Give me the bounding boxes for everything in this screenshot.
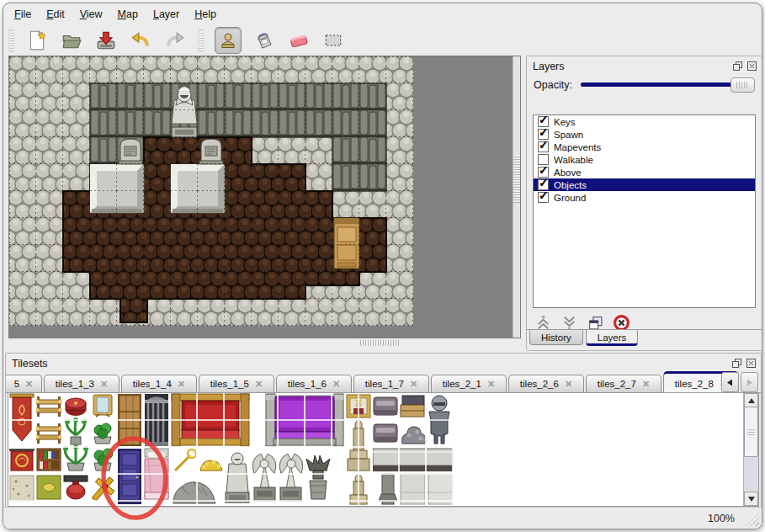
scroll-up-button[interactable] bbox=[744, 393, 758, 407]
toolbar-drag-handle[interactable] bbox=[198, 29, 204, 52]
tile-gold-pile[interactable] bbox=[200, 460, 222, 471]
map-canvas[interactable] bbox=[9, 56, 518, 336]
float-panel-icon[interactable] bbox=[730, 358, 742, 370]
undo-button[interactable] bbox=[129, 29, 152, 52]
tileset-tab-tiles_2_1[interactable]: tiles_2_1✕ bbox=[431, 375, 507, 392]
save-map-button[interactable] bbox=[94, 29, 118, 52]
tile-red-cushion[interactable] bbox=[66, 398, 86, 416]
opacity-slider-handle[interactable] bbox=[730, 77, 755, 93]
tab-close-icon[interactable]: ✕ bbox=[255, 379, 263, 390]
toolbar-drag-handle[interactable] bbox=[8, 29, 14, 52]
tile-emblem-banner[interactable] bbox=[9, 449, 35, 471]
tile-gargoyle[interactable] bbox=[306, 455, 330, 499]
close-panel-icon[interactable] bbox=[745, 358, 757, 370]
layer-row-walkable[interactable]: Walkable bbox=[534, 153, 755, 166]
tab-label: tiles_2_7 bbox=[598, 379, 636, 389]
tab-close-icon[interactable]: ✕ bbox=[332, 379, 340, 390]
tileset-tab-tiles_1_4[interactable]: tiles_1_4✕ bbox=[121, 375, 197, 392]
tile-purple-door[interactable] bbox=[118, 449, 141, 504]
layer-row-keys[interactable]: Keys bbox=[534, 115, 755, 128]
scroll-tabs-left-button[interactable] bbox=[721, 372, 739, 392]
fill-tool-button[interactable] bbox=[252, 29, 276, 52]
tileset-vertical-scrollbar[interactable] bbox=[743, 393, 758, 506]
tile-mirror[interactable] bbox=[93, 395, 112, 417]
window-resize-grip[interactable] bbox=[746, 513, 759, 526]
tile-crate-gray-top[interactable] bbox=[401, 396, 424, 417]
tile-angel-statue[interactable] bbox=[252, 454, 276, 501]
layer-row-mapevents[interactable]: Mapevents bbox=[534, 141, 755, 153]
tileset-tab-tiles_2_6[interactable]: tiles_2_6✕ bbox=[508, 375, 584, 392]
tile-armor-pile[interactable] bbox=[402, 427, 427, 444]
menu-file[interactable]: File bbox=[7, 6, 39, 23]
select-tool-button[interactable] bbox=[321, 29, 345, 52]
redo-button[interactable] bbox=[163, 29, 187, 52]
tab-close-icon[interactable]: ✕ bbox=[565, 379, 572, 390]
tile-palm-plant[interactable] bbox=[65, 418, 87, 444]
tile-stone-ledge[interactable] bbox=[373, 449, 453, 504]
tile-metal-case[interactable] bbox=[374, 397, 397, 415]
close-panel-icon[interactable] bbox=[746, 61, 757, 72]
selection-rect-icon bbox=[322, 29, 344, 51]
tab-close-icon[interactable]: ✕ bbox=[178, 379, 185, 390]
tileset-content[interactable] bbox=[8, 392, 759, 507]
stamp-tool-button[interactable] bbox=[215, 27, 242, 54]
menu-help[interactable]: Help bbox=[187, 6, 224, 23]
tileset-canvas[interactable] bbox=[8, 393, 463, 505]
map-horizontal-scrollbar[interactable] bbox=[8, 339, 519, 348]
layer-row-ground[interactable]: Ground bbox=[534, 191, 755, 204]
tile-red-banner[interactable] bbox=[10, 394, 34, 441]
open-map-button[interactable] bbox=[60, 29, 83, 52]
tile-monk-statue[interactable] bbox=[226, 453, 249, 503]
layer-visibility-checkbox[interactable] bbox=[538, 192, 549, 203]
menu-layer[interactable]: Layer bbox=[146, 6, 187, 23]
tileset-tab-tiles_2_7[interactable]: tiles_2_7✕ bbox=[586, 375, 661, 392]
scroll-tabs-right-button[interactable] bbox=[741, 372, 758, 392]
dock-tab-layers[interactable]: Layers bbox=[586, 330, 639, 346]
tile-gold-scepter[interactable] bbox=[175, 450, 196, 471]
map-viewport[interactable] bbox=[8, 56, 521, 338]
tile-bookshelf[interactable] bbox=[37, 449, 61, 471]
tileset-tab-5[interactable]: 5✕ bbox=[6, 375, 42, 392]
opacity-slider[interactable] bbox=[579, 77, 755, 92]
save-icon bbox=[95, 29, 117, 51]
layer-row-spawn[interactable]: Spawn bbox=[534, 128, 755, 141]
tileset-vscroll-thumb[interactable] bbox=[744, 407, 758, 457]
map-vertical-scrollbar[interactable] bbox=[513, 56, 520, 338]
tile-potted-plant[interactable] bbox=[94, 449, 113, 471]
dock-tab-history[interactable]: History bbox=[529, 330, 583, 345]
tileset-tab-tiles_1_7[interactable]: tiles_1_7✕ bbox=[353, 375, 429, 392]
menu-map[interactable]: Map bbox=[110, 6, 146, 23]
layer-row-objects[interactable]: Objects bbox=[534, 178, 755, 191]
map-vscroll-thumb[interactable] bbox=[513, 155, 520, 203]
map-grid-overlay bbox=[9, 56, 413, 326]
tile-gold-cross[interactable] bbox=[87, 472, 120, 505]
new-map-button[interactable] bbox=[25, 29, 49, 52]
tab-close-icon[interactable]: ✕ bbox=[25, 379, 33, 390]
tab-close-icon[interactable]: ✕ bbox=[487, 379, 495, 390]
opacity-slider-track[interactable] bbox=[581, 82, 753, 87]
tile-green-flag[interactable] bbox=[37, 476, 61, 499]
tile-potted-palm[interactable] bbox=[63, 444, 88, 471]
scroll-down-button[interactable] bbox=[744, 492, 758, 506]
tab-close-icon[interactable]: ✕ bbox=[100, 379, 108, 390]
tile-bush-plant[interactable] bbox=[94, 423, 111, 444]
tileset-tab-tiles_1_6[interactable]: tiles_1_6✕ bbox=[276, 375, 352, 392]
tile-parchment[interactable] bbox=[10, 476, 34, 501]
map-hscroll-thumb[interactable] bbox=[360, 340, 399, 346]
menu-edit[interactable]: Edit bbox=[39, 6, 72, 23]
menu-view[interactable]: View bbox=[72, 6, 110, 23]
tab-close-icon[interactable]: ✕ bbox=[642, 379, 650, 390]
tile-loom[interactable] bbox=[35, 396, 63, 417]
float-panel-icon[interactable] bbox=[731, 61, 743, 72]
tileset-tab-tiles_1_5[interactable]: tiles_1_5✕ bbox=[199, 375, 274, 392]
eraser-tool-button[interactable] bbox=[287, 29, 311, 52]
tab-close-icon[interactable]: ✕ bbox=[410, 379, 417, 390]
layer-name: Mapevents bbox=[554, 142, 601, 152]
layer-row-above[interactable]: Above bbox=[534, 166, 755, 178]
tile-loom[interactable] bbox=[35, 423, 63, 444]
tileset-tab-tiles_1_3[interactable]: tiles_1_3✕ bbox=[44, 375, 120, 392]
tile-metal-case[interactable] bbox=[374, 424, 397, 442]
tab-label: 5 bbox=[14, 379, 19, 389]
layer-visibility-checkbox[interactable] bbox=[538, 141, 549, 152]
tile-red-seal[interactable] bbox=[64, 476, 88, 499]
